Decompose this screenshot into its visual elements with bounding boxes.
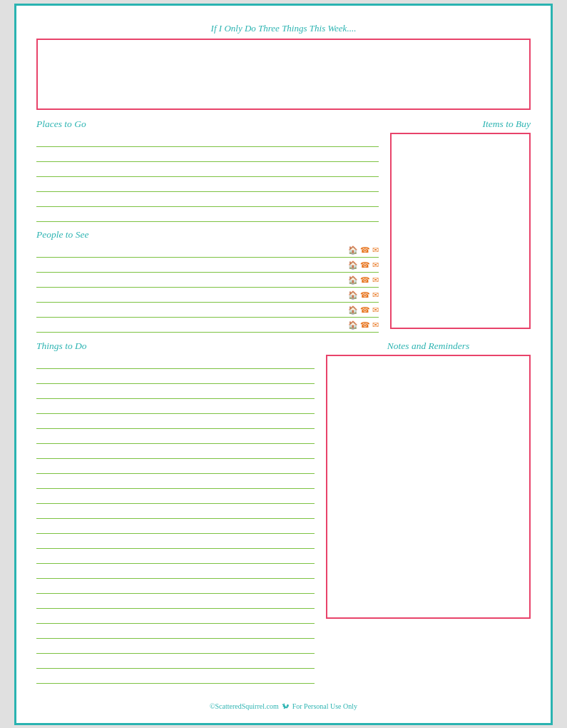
- home-icon-1: 🏠: [348, 246, 358, 254]
- things-line-1[interactable]: [36, 355, 315, 369]
- things-line-4[interactable]: [36, 400, 315, 414]
- people-row-5[interactable]: 🏠 ☎ ✉: [36, 303, 379, 318]
- phone-icon-2: ☎: [360, 261, 370, 269]
- email-icon-3: ✉: [372, 276, 379, 284]
- things-line-9[interactable]: [36, 475, 315, 489]
- places-col: Places to Go People to See 🏠 ☎ ✉: [36, 118, 379, 333]
- phone-icon-3: ☎: [360, 276, 370, 284]
- notes-and-reminders-box[interactable]: [326, 355, 531, 619]
- places-line-2[interactable]: [36, 148, 379, 162]
- people-section: People to See 🏠 ☎ ✉ 🏠 ☎ ✉: [36, 229, 379, 333]
- phone-icon-6: ☎: [360, 321, 370, 329]
- three-things-section: If I Only Do Three Things This Week....: [36, 23, 531, 110]
- three-things-box[interactable]: [36, 39, 531, 110]
- phone-icon-4: ☎: [360, 291, 370, 299]
- notes-and-reminders-title: Notes and Reminders: [326, 340, 531, 352]
- things-line-11[interactable]: [36, 505, 315, 519]
- places-lines: [36, 133, 379, 222]
- things-line-3[interactable]: [36, 385, 315, 399]
- things-line-14[interactable]: [36, 550, 315, 564]
- things-line-18[interactable]: [36, 610, 315, 624]
- items-to-buy-title: Items to Buy: [390, 118, 531, 130]
- middle-section: Places to Go People to See 🏠 ☎ ✉: [36, 118, 531, 333]
- people-row-1[interactable]: 🏠 ☎ ✉: [36, 243, 379, 258]
- items-to-buy-box[interactable]: [390, 133, 531, 329]
- things-line-17[interactable]: [36, 595, 315, 609]
- email-icon-5: ✉: [372, 306, 379, 314]
- things-line-19[interactable]: [36, 625, 315, 639]
- places-to-go-title: Places to Go: [36, 118, 379, 130]
- places-line-5[interactable]: [36, 193, 379, 207]
- places-line-1[interactable]: [36, 133, 379, 147]
- things-col: Things to Do: [36, 340, 315, 691]
- things-line-12[interactable]: [36, 520, 315, 534]
- email-icon-1: ✉: [372, 246, 379, 254]
- things-line-8[interactable]: [36, 460, 315, 474]
- email-icon-6: ✉: [372, 321, 379, 329]
- items-col: Items to Buy: [390, 118, 531, 333]
- things-to-do-title: Things to Do: [36, 340, 315, 352]
- people-row-6[interactable]: 🏠 ☎ ✉: [36, 318, 379, 333]
- people-row-2[interactable]: 🏠 ☎ ✉: [36, 258, 379, 273]
- things-line-6[interactable]: [36, 430, 315, 444]
- things-line-20[interactable]: [36, 639, 315, 654]
- things-line-2[interactable]: [36, 370, 315, 384]
- home-icon-5: 🏠: [348, 306, 358, 314]
- home-icon-6: 🏠: [348, 321, 358, 329]
- footer-suffix: For Personal Use Only: [292, 702, 357, 710]
- things-line-15[interactable]: [36, 565, 315, 579]
- bottom-section: Things to Do: [36, 340, 531, 691]
- things-line-13[interactable]: [36, 535, 315, 549]
- squirrel-icon: 🐿: [282, 702, 289, 710]
- footer-text: ©ScatteredSquirrel.com: [210, 702, 279, 710]
- footer: ©ScatteredSquirrel.com 🐿 For Personal Us…: [36, 702, 531, 710]
- things-lines: [36, 355, 315, 684]
- people-row-4[interactable]: 🏠 ☎ ✉: [36, 288, 379, 303]
- people-row-3[interactable]: 🏠 ☎ ✉: [36, 273, 379, 288]
- home-icon-2: 🏠: [348, 261, 358, 269]
- things-line-5[interactable]: [36, 415, 315, 429]
- things-line-10[interactable]: [36, 490, 315, 504]
- things-line-22[interactable]: [36, 669, 315, 684]
- things-line-16[interactable]: [36, 580, 315, 594]
- weekly-planner-page: If I Only Do Three Things This Week.... …: [14, 4, 553, 725]
- notes-col: Notes and Reminders: [326, 340, 531, 691]
- places-line-4[interactable]: [36, 178, 379, 192]
- three-things-title: If I Only Do Three Things This Week....: [36, 23, 531, 34]
- things-line-21[interactable]: [36, 654, 315, 669]
- places-line-6[interactable]: [36, 208, 379, 222]
- home-icon-4: 🏠: [348, 291, 358, 299]
- email-icon-4: ✉: [372, 291, 379, 299]
- places-line-3[interactable]: [36, 163, 379, 177]
- email-icon-2: ✉: [372, 261, 379, 269]
- phone-icon-1: ☎: [360, 246, 370, 254]
- phone-icon-5: ☎: [360, 306, 370, 314]
- home-icon-3: 🏠: [348, 276, 358, 284]
- people-to-see-title: People to See: [36, 229, 379, 241]
- things-line-7[interactable]: [36, 445, 315, 459]
